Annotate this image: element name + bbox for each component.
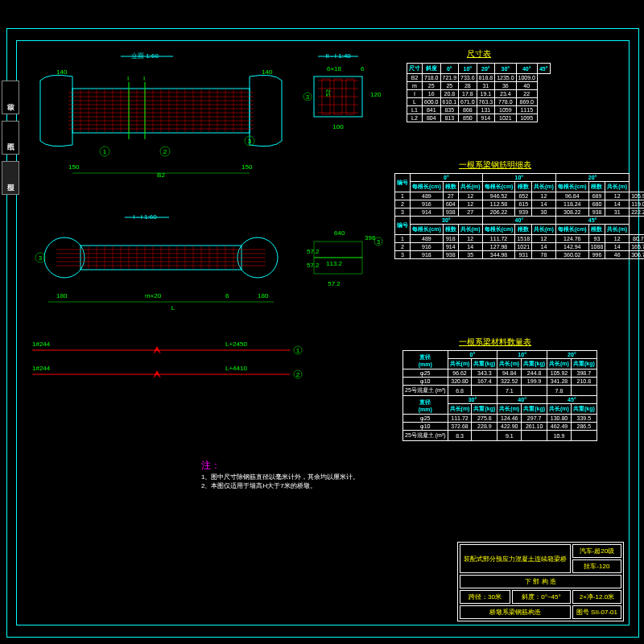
svg-text:L: L <box>171 304 175 312</box>
svg-text:I: I <box>127 75 129 82</box>
svg-text:6: 6 <box>361 65 365 72</box>
svg-text:3: 3 <box>377 238 381 246</box>
svg-text:B2: B2 <box>157 171 165 179</box>
svg-text:57.2: 57.2 <box>328 280 341 287</box>
svg-text:57.2: 57.2 <box>307 248 320 255</box>
table3-title: 一根系梁材料数量表 <box>459 336 531 348</box>
svg-text:1#244: 1#244 <box>32 365 51 372</box>
table2-title: 一根系梁钢筋明细表 <box>459 159 531 171</box>
svg-text:3: 3 <box>39 254 43 262</box>
title-block: 装配式部分预应力混凝土连续箱梁桥汽车-超20级 挂车-120 下 部 构 造 跨… <box>457 542 624 621</box>
svg-text:2: 2 <box>163 148 167 155</box>
svg-text:398: 398 <box>365 234 376 242</box>
svg-text:113.2: 113.2 <box>326 260 343 267</box>
svg-text:L+4410: L+4410 <box>225 365 247 372</box>
section-1-drawing: I - I 1:60 3 180 m×20 L 180 6 <box>24 209 298 330</box>
svg-text:150: 150 <box>242 163 253 171</box>
svg-text:I: I <box>143 75 145 82</box>
svg-text:1#244: 1#244 <box>32 341 51 348</box>
svg-text:m×20: m×20 <box>145 292 162 299</box>
svg-text:3: 3 <box>248 138 252 145</box>
svg-text:140: 140 <box>262 68 273 76</box>
svg-text:100: 100 <box>332 123 344 130</box>
svg-text:57.2: 57.2 <box>307 262 320 269</box>
tab-drawings[interactable]: 图纸 <box>2 121 19 155</box>
svg-text:640: 640 <box>334 229 345 237</box>
svg-text:180: 180 <box>258 292 269 299</box>
svg-text:3: 3 <box>306 93 310 101</box>
rebar-table: 编号0°10°20°每根长(cm)根数共长(m)每根长(cm)根数共长(m)每根… <box>394 173 644 259</box>
svg-text:150: 150 <box>68 163 80 171</box>
table1-title: 尺寸表 <box>467 48 491 60</box>
svg-text:1: 1 <box>296 347 300 354</box>
tab-review[interactable]: 审核 <box>2 80 19 114</box>
svg-text:140: 140 <box>56 68 68 76</box>
material-table: 直径(mm)0°10°20°共长(m)共重(kg)共长(m)共重(kg)共长(m… <box>402 350 597 441</box>
svg-text:180: 180 <box>56 292 68 299</box>
notes: 注： 1、图中尺寸除钢筋直径以毫米计外，其余均以厘米计。 2、本图仅适用于墙高H… <box>201 459 359 490</box>
svg-text:6: 6 <box>225 292 229 299</box>
svg-text:6×18: 6×18 <box>327 65 342 72</box>
detail-dims: 640 398 57.2 57.2 113.2 57.2 3 <box>302 225 390 298</box>
svg-text:120: 120 <box>370 91 382 98</box>
svg-text:2: 2 <box>296 371 300 378</box>
tab-model[interactable]: 模型 <box>2 161 19 195</box>
section-2-drawing: II - I 1:40 6×18 6 100 120 3 52 <box>298 48 386 153</box>
rebar-lines: L+2450 1#244 1 L+4410 1#244 2 <box>24 338 306 394</box>
elevation-drawing: 立面 1:60 1 2 3 I I 140 140 150 150 B2 <box>24 48 298 193</box>
dimension-table: 尺寸斜度0°10°20°30°40°45°B2718.0721.9733.681… <box>407 63 551 122</box>
svg-text:52: 52 <box>324 89 332 97</box>
svg-text:L+2450: L+2450 <box>225 341 247 348</box>
svg-text:1: 1 <box>103 148 107 155</box>
